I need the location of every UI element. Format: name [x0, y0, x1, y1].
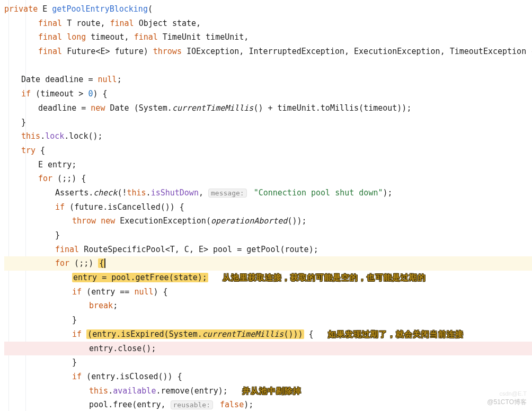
highlight-span: (entry.isExpired(System.currentTimeMilli…: [86, 329, 304, 339]
code-line[interactable]: final long timeout, final TimeUnit timeU…: [4, 30, 532, 44]
watermark-51cto: @51CTO博客: [487, 397, 527, 408]
code-line[interactable]: }: [4, 355, 532, 370]
code-line[interactable]: Date deadline = null;: [4, 73, 532, 87]
code-line[interactable]: pool.free(entry, reusable: false);: [4, 398, 532, 411]
code-line[interactable]: try {: [4, 144, 532, 158]
annotation-1: 从池里获取连接，获取的可能是空的，也可能是过期的: [213, 273, 426, 282]
highlight-span: entry = pool.getFree(state);: [72, 273, 208, 282]
code-line[interactable]: break;: [4, 299, 532, 313]
code-line[interactable]: if (timeout > 0) {: [4, 87, 532, 101]
code-line[interactable]: if (entry.isClosed()) {: [4, 370, 532, 384]
type-E: E: [42, 4, 47, 14]
code-line[interactable]: if (entry.isExpired(System.currentTimeMi…: [4, 327, 532, 342]
code-line[interactable]: final RouteSpecificPool<T, C, E> pool = …: [4, 243, 532, 257]
code-line[interactable]: }: [4, 228, 532, 243]
code-line[interactable]: final T route, final Object state,: [4, 16, 532, 31]
code-line[interactable]: if (future.isCancelled()) {: [4, 200, 532, 215]
code-line[interactable]: E entry;: [4, 158, 532, 172]
annotation-2: 如果发现过期了，就会关闭当前连接: [318, 329, 464, 338]
caret: [104, 258, 105, 268]
code-line[interactable]: }: [4, 115, 532, 130]
code-line[interactable]: final Future<E> future) throws IOExcepti…: [4, 44, 532, 59]
parameter-hint: reusable:: [171, 400, 213, 409]
code-line[interactable]: this.available.remove(entry); 并从池中剔除掉: [4, 384, 532, 398]
annotation-3: 并从池中剔除掉: [233, 386, 302, 395]
code-line[interactable]: entry = pool.getFree(state); 从池里获取连接，获取的…: [4, 271, 532, 285]
code-line[interactable]: throw new ExecutionException(operationAb…: [4, 214, 532, 228]
code-line-highlighted[interactable]: for (;;) {: [4, 256, 532, 271]
blank-line[interactable]: [4, 59, 532, 73]
parameter-hint: message:: [208, 189, 247, 198]
keyword-private: private: [4, 4, 38, 14]
code-line[interactable]: this.lock.lock();: [4, 129, 532, 144]
code-line[interactable]: Asserts.check(!this.isShutDown, message:…: [4, 186, 532, 200]
code-line[interactable]: if (entry == null) {: [4, 285, 532, 299]
method-name: getPoolEntryBlocking: [52, 4, 148, 14]
code-line[interactable]: for (;;) {: [4, 172, 532, 186]
code-line[interactable]: }: [4, 313, 532, 327]
code-editor[interactable]: private E getPoolEntryBlocking( final T …: [0, 0, 532, 411]
code-line[interactable]: deadline = new Date (System.currentTimeM…: [4, 101, 532, 115]
code-line[interactable]: private E getPoolEntryBlocking(: [4, 2, 532, 16]
code-line-error[interactable]: entry.close();: [4, 342, 532, 356]
